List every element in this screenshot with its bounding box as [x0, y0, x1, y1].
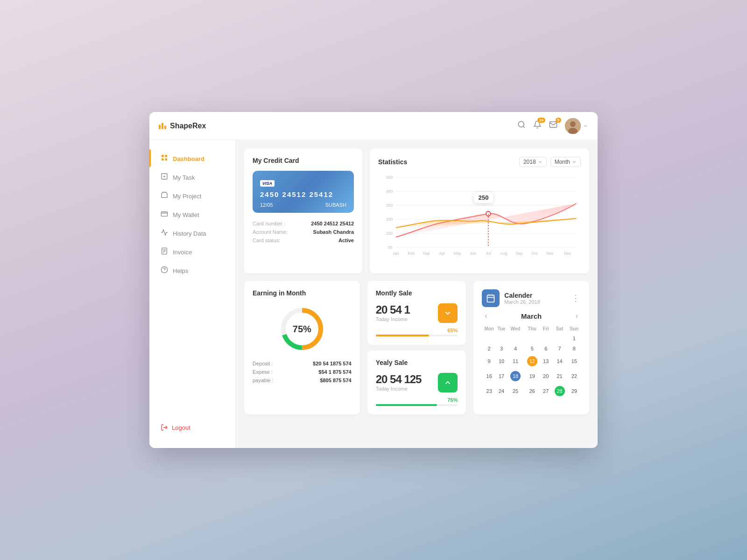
earning-details: Deposit : $20 54 1875 574 Expese : $54 1… — [253, 359, 352, 385]
calendar-day[interactable]: 1 — [568, 334, 580, 343]
yearly-sale-value: 20 54 125 — [376, 373, 422, 386]
calendar-prev-button[interactable]: ‹ — [482, 312, 490, 320]
calendar-day[interactable]: 27 — [541, 384, 551, 398]
notifications-button[interactable]: 24 — [533, 120, 542, 131]
sidebar-item-invoice[interactable]: Invoice — [149, 243, 235, 261]
statistics-chart: 500 400 300 200 100 00 — [378, 172, 581, 265]
yearly-sale-label: Today Income — [376, 386, 422, 392]
monthly-progress-label: 65% — [376, 328, 458, 333]
yearly-progress-wrap: 75% — [376, 397, 458, 406]
day-header-tue: Tue — [496, 325, 507, 333]
sidebar-bottom: Logout — [149, 416, 235, 439]
svg-rect-7 — [162, 158, 164, 161]
calendar-day[interactable]: 5 — [524, 344, 540, 353]
calendar-day[interactable]: 20 — [541, 369, 551, 383]
svg-rect-47 — [487, 295, 494, 302]
calendar-day[interactable]: 15 — [568, 354, 580, 368]
credit-card-visual: VISA 2450 24512 25412 12/05 SUBASH — [253, 171, 354, 213]
history-icon — [161, 229, 168, 238]
sidebar-item-dashboard[interactable]: Dashboard — [149, 149, 235, 168]
sidebar-item-task[interactable]: My Task — [149, 168, 235, 187]
calendar-grid: Mon Tue Wed Thu Fri Sat Sun 123456789101… — [482, 324, 581, 399]
calendar-day[interactable]: 17 — [496, 369, 507, 383]
calendar-day[interactable]: 3 — [496, 344, 507, 353]
calendar-day[interactable] — [552, 334, 568, 343]
calendar-day[interactable] — [496, 334, 507, 343]
calendar-day[interactable]: 6 — [541, 344, 551, 353]
calendar-header: Calender March 26, 2018 ⋮ — [482, 289, 581, 307]
calendar-day[interactable]: 18 — [507, 369, 523, 383]
earning-title: Earning in Month — [253, 289, 352, 297]
calendar-day[interactable]: 13 — [541, 354, 551, 368]
svg-text:00: 00 — [388, 245, 393, 250]
svg-text:Jan: Jan — [393, 251, 399, 256]
yearly-sale-button[interactable] — [438, 373, 458, 392]
sidebar-item-history[interactable]: History Data — [149, 224, 235, 243]
calendar-day[interactable]: 28 — [552, 384, 568, 398]
monthly-sale-label: Today Income — [376, 316, 410, 322]
logout-button[interactable]: Logout — [161, 424, 224, 431]
yearly-sale-title: Yealy Sale — [376, 359, 458, 366]
svg-text:Aug: Aug — [500, 251, 507, 256]
calendar-nav: ‹ March › — [482, 312, 581, 320]
expense-label: Expese : — [253, 369, 273, 375]
monthly-sale-panel: Montly Sale 20 54 1 Today Income 65% — [367, 281, 466, 345]
calendar-day[interactable] — [524, 334, 540, 343]
calendar-day[interactable]: 23 — [483, 384, 495, 398]
calendar-day[interactable] — [483, 334, 495, 343]
sidebar-item-wallet[interactable]: My Wallet — [149, 205, 235, 224]
messages-button[interactable]: 5 — [549, 120, 557, 131]
statistics-panel: Statistics 2018 Month — [370, 148, 589, 273]
body: Dashboard My Task My Project My Wallet — [149, 140, 598, 448]
calendar-day[interactable]: 14 — [552, 354, 568, 368]
calendar-menu-button[interactable]: ⋮ — [571, 293, 581, 303]
period-dropdown[interactable]: Month — [550, 157, 581, 167]
calendar-day[interactable]: 2 — [483, 344, 495, 353]
svg-text:400: 400 — [386, 189, 393, 194]
svg-point-0 — [518, 121, 524, 127]
calendar-day[interactable]: 22 — [568, 369, 580, 383]
calendar-panel: Calender March 26, 2018 ⋮ ‹ March › M — [473, 281, 589, 414]
calendar-day[interactable]: 12 — [524, 354, 540, 368]
calendar-day[interactable]: 7 — [552, 344, 568, 353]
sidebar-item-helps[interactable]: Helps — [149, 261, 235, 280]
calendar-day[interactable]: 29 — [568, 384, 580, 398]
stats-title: Statistics — [378, 158, 407, 166]
detail-number-label: Card number : — [253, 221, 285, 226]
logo-icon — [159, 123, 166, 129]
wallet-icon — [161, 210, 168, 219]
monthly-sale-button[interactable] — [438, 303, 458, 323]
year-dropdown[interactable]: 2018 — [519, 157, 547, 167]
calendar-day[interactable]: 16 — [483, 369, 495, 383]
calendar-day[interactable]: 4 — [507, 344, 523, 353]
project-icon — [161, 191, 168, 201]
messages-badge: 5 — [556, 118, 561, 123]
calendar-day[interactable]: 24 — [496, 384, 507, 398]
top-row: My Credit Card VISA 2450 24512 25412 12/… — [244, 148, 589, 273]
donut-label: 75% — [293, 324, 311, 335]
calendar-next-button[interactable]: › — [573, 312, 581, 320]
sidebar-label-wallet: My Wallet — [173, 211, 199, 218]
search-button[interactable] — [517, 120, 526, 131]
monthly-sale-header: 20 54 1 Today Income — [376, 303, 458, 325]
calendar-day[interactable]: 26 — [524, 384, 540, 398]
calendar-day[interactable] — [507, 334, 523, 343]
calendar-day[interactable]: 19 — [524, 369, 540, 383]
user-avatar[interactable] — [565, 118, 588, 134]
calendar-day[interactable]: 8 — [568, 344, 580, 353]
day-header-wed: Wed — [507, 325, 523, 333]
calendar-day[interactable]: 9 — [483, 354, 495, 368]
yearly-progress-label: 75% — [376, 397, 458, 403]
yearly-sale-panel: Yealy Sale 20 54 125 Today Income 75% — [367, 350, 466, 414]
calendar-day[interactable]: 21 — [552, 369, 568, 383]
app-name: ShapeRex — [170, 122, 206, 130]
sidebar-item-project[interactable]: My Project — [149, 187, 235, 205]
earning-panel: Earning in Month 75% Deposit : $20 54 18… — [244, 281, 360, 414]
payable-value: $805 875 574 — [320, 378, 351, 383]
invoice-icon — [161, 247, 168, 257]
calendar-day[interactable] — [541, 334, 551, 343]
calendar-day[interactable]: 25 — [507, 384, 523, 398]
calendar-subtitle: March 26, 2018 — [504, 299, 571, 305]
calendar-day[interactable]: 11 — [507, 354, 523, 368]
calendar-day[interactable]: 10 — [496, 354, 507, 368]
